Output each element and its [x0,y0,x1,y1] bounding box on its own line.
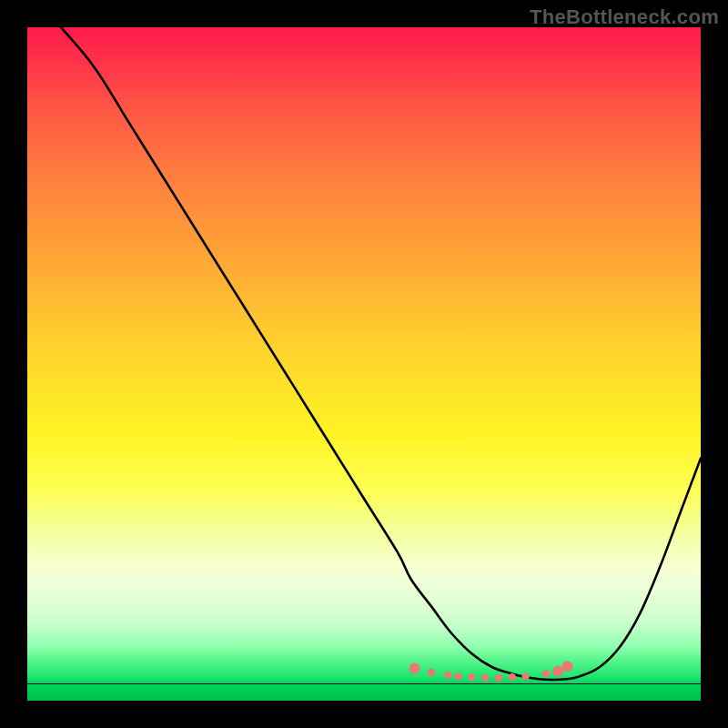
bead-point [521,672,529,680]
bead-point [428,669,435,676]
bead-point [444,672,451,679]
bead-point [509,673,516,681]
watermark-text: TheBottleneck.com [530,5,719,29]
bead-point [561,661,572,672]
bead-point [468,673,475,681]
bead-point [552,665,563,676]
bead-point [410,662,420,673]
bead-point [542,670,550,677]
bead-point [454,672,461,680]
chart-plot-area [27,27,701,701]
chart-beads [27,27,701,701]
bead-point [495,674,502,682]
bead-point [481,674,489,682]
